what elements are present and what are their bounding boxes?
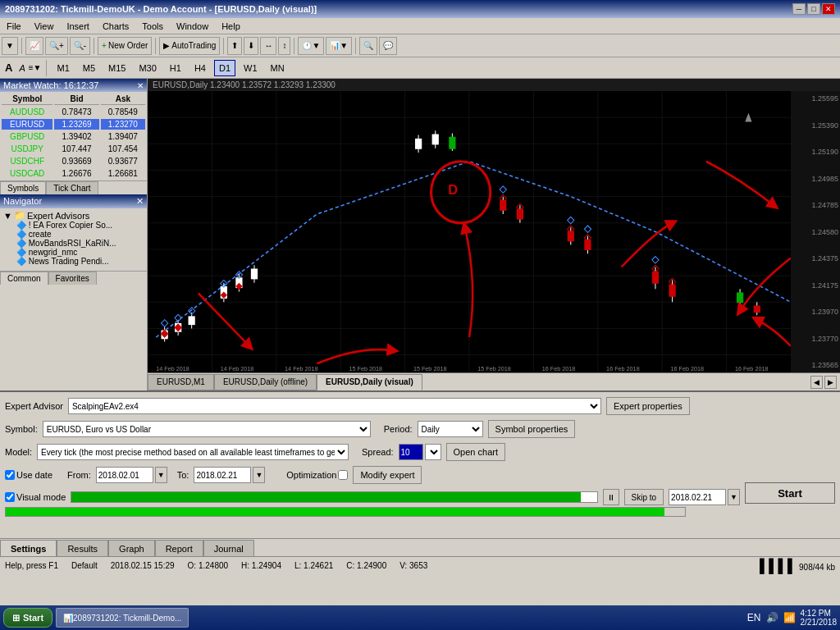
toolbar-speech[interactable]: 💬 [379,37,397,55]
tf-m1[interactable]: M1 [52,60,74,76]
to-date-input[interactable] [194,467,251,483]
skip-date-input[interactable] [669,489,726,505]
navigator-close[interactable]: ✕ [136,196,144,207]
toolbar-search[interactable]: 🔍 [359,37,377,55]
mw-ask: 0.78549 [101,107,145,117]
menu-insert[interactable]: Insert [63,21,93,32]
taskbar-app-mt4[interactable]: 📊 2089731202: Tickmill-Demo... [56,608,189,628]
market-watch-close[interactable]: ✕ [137,81,144,90]
nav-item-ea1[interactable]: 🔷 ! EA Forex Copier So... [3,221,144,230]
expert-properties-button[interactable]: Expert properties [606,397,690,415]
tf-m15[interactable]: M15 [103,60,130,76]
menu-charts[interactable]: Charts [99,21,132,32]
market-watch-header: Market Watch: 16:12:37 ✕ [0,79,147,92]
tf-mn[interactable]: MN [266,60,290,76]
autotrading-button[interactable]: ▶ AutoTrading [159,37,220,55]
font-size-btn[interactable]: ≡▼ [29,63,42,72]
tab-results[interactable]: Results [57,540,108,556]
toolbar-btn-zoom-in[interactable]: 🔍+ [45,37,68,55]
toolbar-extra-1[interactable]: ⬆ [227,37,242,55]
spread-dropdown[interactable]: ▼ [425,444,441,460]
modify-expert-button[interactable]: Modify expert [353,466,422,484]
tab-common[interactable]: Common [0,272,48,285]
tester-button-column: Start [745,397,835,505]
chart-canvas[interactable]: D [148,91,791,372]
optimization-checkbox[interactable] [338,470,348,480]
period-select[interactable]: Daily [418,421,483,437]
new-order-button[interactable]: + New Order [98,37,152,55]
nav-folder-ea[interactable]: ▼ 📁 Expert Advisors [3,210,144,221]
symbol-properties-button[interactable]: Symbol properties [488,420,576,438]
italic-btn[interactable]: A [19,63,25,73]
tf-m5[interactable]: M5 [78,60,100,76]
pause-button[interactable]: ⏸ [603,489,619,505]
toolbar-clock[interactable]: 🕐▼ [298,37,324,55]
tab-report[interactable]: Report [155,540,203,556]
chart-tab-prev[interactable]: ◀ [810,376,823,389]
toolbar-btn-zoom-out[interactable]: 🔍- [70,37,90,55]
skip-to-button[interactable]: Skip to [624,489,664,505]
status-low: L: 1.24621 [294,561,333,570]
tf-w1[interactable]: W1 [239,60,262,76]
model-select[interactable]: Every tick (the most precise method base… [37,444,349,460]
menu-tools[interactable]: Tools [139,21,167,32]
chart-tab-m1[interactable]: EURUSD,M1 [148,374,214,390]
menu-file[interactable]: File [3,21,25,32]
svg-text:14 Feb 2018: 14 Feb 2018 [285,365,318,372]
tab-tick-chart[interactable]: Tick Chart [46,181,98,194]
market-watch-row[interactable]: AUDUSD0.784730.78549 [2,107,145,117]
close-button[interactable]: ✕ [822,3,835,15]
toolbar-extra-4[interactable]: ↕ [278,37,290,55]
start-button-taskbar[interactable]: ⊞ Start [3,608,52,628]
tf-h1[interactable]: H1 [165,60,186,76]
col-bid: Bid [54,94,98,105]
market-watch-row[interactable]: USDJPY107.447107.454 [2,144,145,154]
toolbar-btn-1[interactable]: ▼ [2,37,18,55]
market-watch-row[interactable]: USDCHF0.936690.93677 [2,156,145,167]
nav-item-ea3[interactable]: 🔷 MovBandsRSI_KaRiN... [3,239,144,248]
market-watch-row[interactable]: EURUSD1.232691.23270 [2,119,145,130]
symbol-select[interactable]: EURUSD, Euro vs US Dollar [43,421,371,437]
menu-help[interactable]: Help [218,21,244,32]
to-date-picker[interactable]: ▼ [253,467,265,483]
nav-item-ea5[interactable]: 🔷 News Trading Pendi... [3,257,144,266]
tab-symbols[interactable]: Symbols [0,181,46,194]
spread-input[interactable] [399,444,423,460]
tf-h4[interactable]: H4 [189,60,211,76]
market-watch-row[interactable]: USDCAD1.266761.26681 [2,168,145,179]
from-date-picker[interactable]: ▼ [155,467,167,483]
toolbar-extra-3[interactable]: ↔ [260,37,276,55]
nav-item-ea2[interactable]: 🔷 create [3,230,144,239]
toolbar-chart-type[interactable]: 📊▼ [326,37,352,55]
toolbar-btn-new-chart[interactable]: 📈 [25,37,43,55]
volume-icon[interactable]: 🔊 [766,612,778,623]
toolbar-extra-2[interactable]: ⬇ [244,37,258,55]
tab-journal[interactable]: Journal [203,540,254,556]
skip-date-picker[interactable]: ▼ [728,489,740,505]
minimize-button[interactable]: ─ [792,3,806,15]
menu-window[interactable]: Window [173,21,212,32]
open-chart-button[interactable]: Open chart [446,443,505,461]
svg-rect-42 [415,139,422,149]
svg-rect-72 [737,292,743,303]
tab-favorites[interactable]: Favorites [48,272,97,285]
use-date-checkbox[interactable] [5,470,15,480]
chart-tab-daily-offline[interactable]: EURUSD,Daily (offline) [214,374,317,390]
network-icon: 📶 [783,612,796,623]
tab-settings[interactable]: Settings [0,540,57,556]
font-style-btn[interactable]: A [2,62,16,74]
restore-button[interactable]: □ [807,3,820,15]
from-date-input[interactable] [96,467,153,483]
tf-m30[interactable]: M30 [134,60,161,76]
tab-graph[interactable]: Graph [108,540,155,556]
chart-tab-next[interactable]: ▶ [824,376,837,389]
expert-advisor-select[interactable]: ScalpingEAv2.ex4 [68,398,601,414]
market-watch-row[interactable]: GBPUSD1.394021.39407 [2,131,145,142]
chart-tab-daily-visual[interactable]: EURUSD,Daily (visual) [317,374,422,390]
visual-mode-checkbox[interactable] [5,492,15,502]
start-button[interactable]: Start [745,482,835,504]
svg-text:14 Feb 2018: 14 Feb 2018 [156,365,189,372]
menu-view[interactable]: View [31,21,57,32]
tf-d1[interactable]: D1 [214,60,235,76]
nav-item-ea4[interactable]: 🔷 newgrid_nmc [3,248,144,257]
